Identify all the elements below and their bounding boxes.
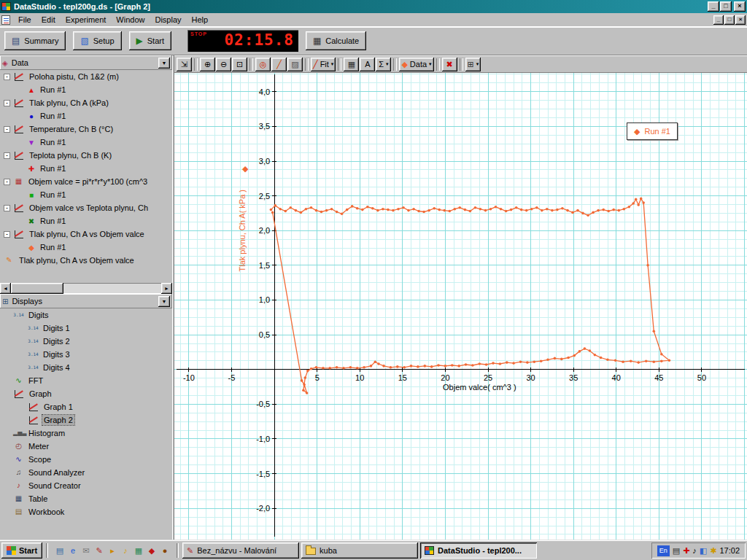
digits-icon: 3.14 [28, 339, 39, 343]
data-menu-button[interactable]: ◆Data▾ [399, 58, 433, 71]
quicklaunch-icon-5[interactable]: ▸ [107, 544, 118, 557]
quicklaunch-icon-3[interactable]: ✉ [80, 544, 92, 557]
smart-tool-button[interactable]: ◎ [255, 58, 271, 71]
run-item[interactable]: ✖Run #1 [0, 214, 172, 228]
collapse-toggle-icon[interactable]: - [4, 100, 10, 106]
run-item[interactable]: ✚Run #1 [0, 162, 172, 175]
data-item[interactable]: -Temperature, Ch B (°C) [0, 122, 172, 136]
menu-edit[interactable]: Edit [36, 14, 61, 26]
quicklaunch-icon-9[interactable]: ● [159, 544, 171, 557]
collapse-toggle-icon[interactable]: - [4, 179, 10, 185]
text-tool-button[interactable]: A [360, 58, 375, 71]
scroll-left-button[interactable]: ◄ [0, 283, 11, 294]
start-button[interactable]: ▶ Start [129, 31, 171, 50]
tray-icon-5[interactable]: ✱ [710, 547, 716, 555]
task-button-folder[interactable]: kuba [301, 542, 418, 559]
tray-icon-4[interactable]: ◧ [700, 547, 707, 555]
scroll-track[interactable] [63, 283, 161, 294]
zoom-select-button[interactable]: ⊡ [232, 58, 247, 71]
display-subitem-digits-2[interactable]: 3.14Digits 2 [0, 335, 172, 348]
data-panel-dropdown-button[interactable]: ▼ [158, 58, 170, 69]
collapse-toggle-icon[interactable]: - [4, 205, 10, 211]
graph-settings-menu-button[interactable]: ⊞▾ [465, 58, 481, 71]
scroll-right-button[interactable]: ► [161, 283, 172, 294]
scroll-thumb[interactable] [11, 283, 63, 294]
display-item-table[interactable]: ▦Table [0, 492, 172, 505]
setup-button[interactable]: ▧ Setup [73, 31, 121, 50]
quicklaunch-icon-6[interactable]: ♪ [120, 544, 131, 557]
slope-tool-button[interactable]: ╱ [271, 58, 287, 71]
data-panel-hscrollbar[interactable]: ◄ ► [0, 283, 172, 294]
tray-icon-2[interactable]: ✚ [683, 547, 689, 555]
data-item[interactable]: -Objem valce vs Teplota plynu, Ch [0, 201, 172, 214]
data-item[interactable]: -Teplota plynu, Ch B (K) [0, 149, 172, 162]
display-item-workbook[interactable]: ▤Workbook [0, 505, 172, 518]
calculate-button[interactable]: ▦ Calculate [306, 31, 366, 50]
run-item[interactable]: ▲Run #1 [0, 83, 172, 96]
data-item[interactable]: ✎Tlak plynu, Ch A vs Objem valce [0, 254, 172, 267]
fit-menu-button[interactable]: ╱Fit▾ [311, 58, 336, 71]
tray-icon-3[interactable]: ♪ [692, 547, 697, 555]
data-item[interactable]: -Tlak plynu, Ch A (kPa) [0, 96, 172, 109]
tray-icon-1[interactable]: ▤ [673, 547, 680, 555]
child-close-button[interactable]: × [735, 15, 746, 25]
task-button-paint[interactable]: ✎Bez_názvu - Malování [182, 542, 299, 559]
display-item-sound-creator[interactable]: ♪Sound Creator [0, 479, 172, 492]
display-item-graph[interactable]: Graph [0, 387, 172, 400]
data-item[interactable]: -▦Objem valce = pi*r*r*y*100 (cm^3 [0, 175, 172, 188]
menu-display[interactable]: Display [150, 14, 186, 26]
child-minimize-button[interactable]: _ [713, 15, 724, 25]
child-restore-button[interactable]: □ [724, 15, 735, 25]
data-item[interactable]: -Tlak plynu, Ch A vs Objem valce [0, 228, 172, 241]
child-window-icon[interactable] [1, 15, 10, 25]
datastudio-app-icon[interactable] [1, 2, 11, 11]
run-item[interactable]: ●Run #1 [0, 109, 172, 122]
remove-button-button[interactable]: ✖ [442, 58, 457, 71]
summary-button[interactable]: ▤ Summary [4, 31, 66, 50]
quicklaunch-icon-8[interactable]: ◆ [146, 544, 158, 557]
close-button[interactable]: × [734, 1, 746, 12]
annotate-tool-button[interactable]: ▨ [287, 58, 303, 71]
scale-to-fit-button[interactable]: ⇲ [177, 58, 192, 71]
collapse-toggle-icon[interactable]: - [4, 126, 10, 133]
quicklaunch-icon-4[interactable]: ✎ [93, 544, 105, 557]
display-subitem-graph-1[interactable]: Graph 1 [0, 400, 172, 413]
zoom-out-button[interactable]: ⊖ [216, 58, 231, 71]
graph-display[interactable]: -10-551015202530354045504,03,53,02,52,01… [174, 73, 747, 540]
sound-creator-icon: ♪ [13, 482, 24, 489]
quicklaunch-icon-1[interactable]: ▤ [54, 544, 66, 557]
collapse-toggle-icon[interactable]: - [4, 74, 10, 80]
collapse-toggle-icon[interactable]: - [4, 231, 10, 238]
display-subitem-digits-1[interactable]: 3.14Digits 1 [0, 322, 172, 335]
collapse-toggle-icon[interactable]: - [4, 152, 10, 159]
minimize-button[interactable]: _ [708, 1, 719, 12]
run-item[interactable]: ▼Run #1 [0, 136, 172, 149]
display-item-sound-analyzer[interactable]: ♫Sound Analyzer [0, 466, 172, 479]
statistics-menu-button[interactable]: Σ▾ [376, 58, 391, 71]
display-item-meter[interactable]: ◴Meter [0, 440, 172, 453]
quicklaunch-icon-2[interactable]: e [67, 544, 79, 557]
zoom-in-button[interactable]: ⊕ [200, 58, 215, 71]
display-item-digits[interactable]: 3.14Digits [0, 308, 172, 322]
display-item-fft[interactable]: ∿FFT [0, 374, 172, 387]
display-item-histogram[interactable]: ▂▅▃Histogram [0, 427, 172, 440]
start-menu-button[interactable]: Start [1, 542, 42, 559]
task-button-datastudio[interactable]: DataStudio - tepl200... [420, 542, 537, 559]
data-item[interactable]: -Poloha pistu, Ch 1&2 (m) [0, 70, 172, 83]
language-indicator[interactable]: En [657, 545, 670, 556]
quicklaunch-icon-7[interactable]: ▦ [133, 544, 144, 557]
run-item[interactable]: ■Run #1 [0, 188, 172, 201]
display-item-scope[interactable]: ∿Scope [0, 453, 172, 466]
display-subitem-digits-3[interactable]: 3.14Digits 3 [0, 348, 172, 361]
menu-experiment[interactable]: Experiment [61, 14, 112, 26]
menu-file[interactable]: File [13, 14, 36, 26]
display-subitem-graph-2[interactable]: Graph 2 [0, 413, 172, 427]
run-item[interactable]: ◆Run #1 [0, 241, 172, 254]
displays-panel-dropdown-button[interactable]: ▼ [158, 296, 170, 307]
menu-help[interactable]: Help [187, 14, 214, 26]
menu-window[interactable]: Window [111, 14, 150, 26]
maximize-button[interactable]: □ [720, 1, 732, 12]
calculator-tool-button[interactable]: ▦ [344, 58, 359, 71]
legend[interactable]: ◆ Run #1 [627, 122, 678, 140]
display-subitem-digits-4[interactable]: 3.14Digits 4 [0, 361, 172, 374]
